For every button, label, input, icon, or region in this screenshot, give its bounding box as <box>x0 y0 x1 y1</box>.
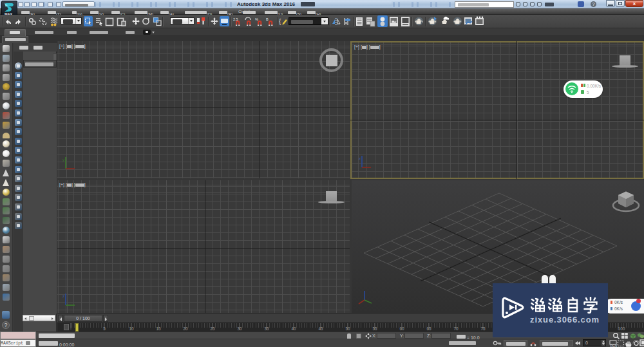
svg-text:2.5: 2.5 <box>233 17 238 21</box>
svg-text:%: % <box>255 17 258 21</box>
svg-text:z: z <box>62 294 64 298</box>
svg-text:z: z <box>359 156 361 160</box>
svg-text:{: { <box>279 18 281 25</box>
svg-text:RGN: RGN <box>611 344 618 347</box>
svg-text:B: B <box>266 17 269 21</box>
svg-text:y: y <box>62 158 64 162</box>
